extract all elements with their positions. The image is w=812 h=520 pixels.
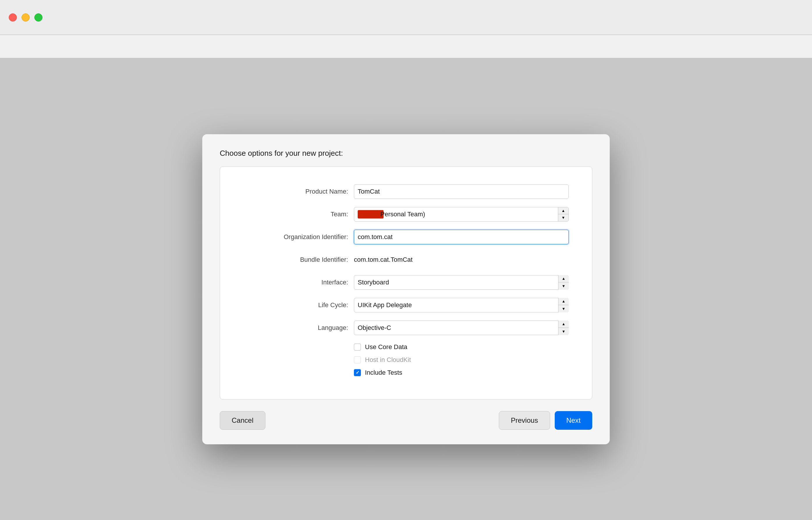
lifecycle-stepper-down[interactable]: ▼: [559, 305, 569, 312]
use-core-data-label: Use Core Data: [365, 343, 407, 351]
team-select-wrapper: ●●●●●● Personal Team) ▲ ▼: [354, 207, 569, 222]
org-id-field: [354, 230, 569, 244]
language-select[interactable]: Objective-C: [354, 320, 569, 335]
interface-stepper-down[interactable]: ▼: [559, 282, 569, 290]
dialog-form-area: Product Name: Team: ●●●●●● Personal Team…: [220, 166, 592, 399]
cancel-button[interactable]: Cancel: [220, 411, 265, 430]
checkboxes-area: Use Core Data Host in CloudKit Include T…: [243, 343, 569, 376]
language-select-container: Objective-C ▲ ▼: [354, 320, 569, 335]
team-stepper-down[interactable]: ▼: [558, 214, 568, 221]
bundle-id-field: com.tom.cat.TomCat: [354, 253, 569, 267]
previous-button[interactable]: Previous: [499, 411, 550, 430]
language-stepper-up[interactable]: ▲: [559, 320, 569, 328]
include-tests-row: Include Tests: [243, 369, 569, 376]
product-name-input[interactable]: [354, 184, 569, 199]
interface-stepper-up[interactable]: ▲: [559, 275, 569, 283]
window-titlebar: [0, 0, 812, 35]
use-core-data-checkbox[interactable]: [354, 343, 361, 350]
bundle-id-label: Bundle Identifier:: [243, 256, 354, 263]
interface-field: Storyboard ▲ ▼: [354, 275, 569, 290]
toolbar: [0, 35, 812, 58]
include-tests-label: Include Tests: [365, 369, 402, 376]
org-id-row: Organization Identifier:: [243, 230, 569, 244]
traffic-lights: [9, 14, 43, 22]
team-row: Team: ●●●●●● Personal Team) ▲ ▼: [243, 207, 569, 222]
include-tests-checkbox[interactable]: [354, 369, 361, 376]
host-in-cloudkit-label: Host in CloudKit: [365, 356, 411, 364]
language-stepper-down[interactable]: ▼: [559, 328, 569, 335]
language-label: Language:: [243, 324, 354, 332]
product-name-label: Product Name:: [243, 188, 354, 196]
new-project-dialog: Choose options for your new project: Pro…: [202, 134, 610, 444]
host-in-cloudkit-checkbox[interactable]: [354, 356, 361, 363]
product-name-row: Product Name:: [243, 184, 569, 199]
team-stepper[interactable]: ▲ ▼: [558, 207, 568, 221]
language-stepper[interactable]: ▲ ▼: [558, 320, 569, 335]
minimize-button[interactable]: [22, 14, 30, 22]
org-id-input[interactable]: [354, 230, 569, 244]
lifecycle-label: Life Cycle:: [243, 301, 354, 309]
lifecycle-field: UIKit App Delegate ▲ ▼: [354, 298, 569, 312]
language-value: Objective-C: [358, 324, 391, 332]
lifecycle-stepper[interactable]: ▲ ▼: [558, 298, 569, 312]
language-row: Language: Objective-C ▲ ▼: [243, 320, 569, 335]
lifecycle-select-container: UIKit App Delegate ▲ ▼: [354, 298, 569, 312]
next-button[interactable]: Next: [555, 411, 592, 430]
interface-value: Storyboard: [358, 279, 389, 286]
content-area: Choose options for your new project: Pro…: [0, 58, 812, 520]
team-select-container[interactable]: ●●●●●● Personal Team) ▲ ▼: [354, 207, 569, 222]
product-name-field: [354, 184, 569, 199]
team-redacted-text: ●●●●●●: [358, 210, 384, 218]
bundle-id-value: com.tom.cat.TomCat: [354, 253, 569, 267]
interface-stepper[interactable]: ▲ ▼: [558, 275, 569, 290]
maximize-button[interactable]: [34, 14, 43, 22]
nav-button-group: Previous Next: [499, 411, 592, 430]
team-label: Team:: [243, 210, 354, 218]
interface-label: Interface:: [243, 279, 354, 286]
org-id-label: Organization Identifier:: [243, 233, 354, 241]
use-core-data-row: Use Core Data: [243, 343, 569, 351]
team-personal-text: Personal Team): [380, 210, 425, 218]
close-button[interactable]: [9, 14, 17, 22]
dialog-buttons: Cancel Previous Next: [220, 411, 592, 430]
dialog-backdrop: Choose options for your new project: Pro…: [0, 58, 812, 520]
language-field: Objective-C ▲ ▼: [354, 320, 569, 335]
lifecycle-row: Life Cycle: UIKit App Delegate ▲ ▼: [243, 298, 569, 312]
host-in-cloudkit-row: Host in CloudKit: [243, 356, 569, 364]
team-stepper-up[interactable]: ▲: [558, 207, 568, 214]
interface-select[interactable]: Storyboard: [354, 275, 569, 290]
team-field: ●●●●●● Personal Team) ▲ ▼: [354, 207, 569, 222]
lifecycle-stepper-up[interactable]: ▲: [559, 298, 569, 306]
dialog-title: Choose options for your new project:: [220, 149, 592, 158]
lifecycle-value: UIKit App Delegate: [358, 301, 412, 309]
interface-row: Interface: Storyboard ▲ ▼: [243, 275, 569, 290]
bundle-id-row: Bundle Identifier: com.tom.cat.TomCat: [243, 253, 569, 267]
lifecycle-select[interactable]: UIKit App Delegate: [354, 298, 569, 312]
interface-select-container: Storyboard ▲ ▼: [354, 275, 569, 290]
